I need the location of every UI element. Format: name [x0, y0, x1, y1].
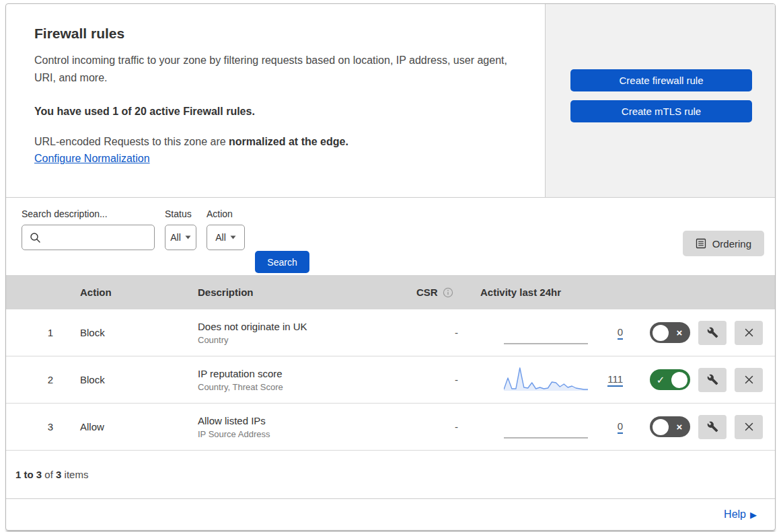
rule-enabled-toggle[interactable]: ×	[650, 416, 690, 437]
search-label: Search description...	[22, 208, 155, 219]
action-column-header: Action	[68, 287, 198, 298]
activity-sparkline	[504, 319, 588, 346]
status-filter-dropdown[interactable]: All	[165, 225, 196, 250]
toggle-state-icon: ×	[671, 327, 687, 338]
table-header: Action Description CSR Activity last 24h…	[6, 275, 775, 309]
action-filter-label: Action	[207, 208, 245, 219]
edit-rule-button[interactable]	[698, 321, 727, 345]
activity-count-link[interactable]: 0	[618, 326, 623, 340]
item-range: 1 to 3	[15, 469, 42, 480]
toggle-knob	[653, 325, 669, 341]
help-link[interactable]: Help ▶	[724, 508, 757, 521]
rule-criteria: IP Source Address	[198, 429, 414, 439]
rule-description: Does not originate in UK	[198, 321, 414, 332]
page-title: Firewall rules	[34, 26, 518, 42]
search-button[interactable]: Search	[255, 251, 309, 273]
actions-panel: Create firewall rule Create mTLS rule	[545, 4, 775, 197]
firewall-rules-card: Firewall rules Control incoming traffic …	[5, 3, 776, 531]
rule-enabled-toggle[interactable]: ✓	[650, 369, 690, 390]
rule-action: Allow	[68, 421, 198, 432]
wrench-icon	[707, 327, 718, 338]
help-arrow-icon: ▶	[750, 510, 757, 520]
ordering-button-label: Ordering	[712, 238, 751, 250]
chevron-down-icon	[230, 235, 236, 239]
rule-csr-value: -	[414, 327, 478, 338]
activity-sparkline	[504, 414, 588, 441]
rule-priority: 1	[6, 327, 68, 338]
rule-criteria: Country	[198, 335, 414, 345]
close-icon	[743, 421, 755, 432]
delete-rule-button[interactable]	[735, 415, 763, 439]
close-icon	[743, 374, 755, 385]
rule-priority: 2	[6, 374, 68, 385]
toggle-state-icon: ✓	[653, 374, 669, 386]
csr-column-header: CSR	[414, 287, 478, 298]
help-bar: Help ▶	[6, 499, 775, 530]
action-filter-value: All	[215, 232, 226, 243]
normalization-note: URL-encoded Requests to this zone are no…	[34, 136, 518, 148]
status-filter-label: Status	[165, 208, 196, 219]
toggle-knob	[653, 419, 669, 435]
table-row: 3 Allow Allow listed IPs IP Source Addre…	[6, 404, 775, 451]
usage-summary: You have used 1 of 20 active Firewall ru…	[34, 106, 518, 118]
close-icon	[743, 327, 755, 338]
status-filter-value: All	[170, 232, 181, 243]
list-ordering-icon	[696, 238, 706, 249]
toggle-state-icon: ×	[671, 421, 687, 432]
create-firewall-rule-button[interactable]: Create firewall rule	[570, 69, 752, 91]
rule-description: Allow listed IPs	[198, 415, 414, 426]
toggle-knob	[671, 372, 687, 388]
wrench-icon	[707, 374, 718, 385]
create-mtls-rule-button[interactable]: Create mTLS rule	[570, 100, 752, 122]
header-text-area: Firewall rules Control incoming traffic …	[6, 4, 545, 197]
rule-priority: 3	[6, 421, 68, 432]
wrench-icon	[707, 421, 718, 432]
delete-rule-button[interactable]	[735, 368, 763, 392]
filter-bar: Search description... Status All Action …	[6, 198, 775, 275]
rule-action: Block	[68, 374, 198, 385]
page-description: Control incoming traffic to your zone by…	[34, 52, 518, 87]
table-row: 2 Block IP reputation score Country, Thr…	[6, 356, 775, 404]
rule-description: IP reputation score	[198, 368, 414, 379]
activity-column-header: Activity last 24hr	[478, 287, 640, 298]
rule-action: Block	[68, 327, 198, 338]
rule-enabled-toggle[interactable]: ×	[650, 322, 690, 343]
search-input[interactable]	[46, 225, 168, 250]
table-body: 1 Block Does not originate in UK Country…	[6, 309, 775, 451]
search-icon	[30, 232, 41, 243]
edit-rule-button[interactable]	[698, 368, 727, 392]
configure-normalization-link[interactable]: Configure Normalization	[34, 153, 150, 165]
header-section: Firewall rules Control incoming traffic …	[6, 4, 775, 198]
rule-csr-value: -	[414, 374, 478, 385]
table-row: 1 Block Does not originate in UK Country…	[6, 309, 775, 356]
item-total: 3	[56, 469, 61, 480]
rule-csr-value: -	[414, 421, 478, 432]
normalization-prefix: URL-encoded Requests to this zone are	[34, 136, 229, 147]
rule-criteria: Country, Threat Score	[198, 382, 414, 392]
activity-sparkline	[504, 367, 588, 393]
search-box[interactable]	[22, 225, 155, 250]
activity-count-link[interactable]: 0	[618, 420, 623, 434]
description-column-header: Description	[198, 287, 414, 298]
normalization-bold: normalized at the edge.	[229, 136, 348, 147]
action-filter-dropdown[interactable]: All	[207, 225, 245, 250]
info-icon[interactable]	[443, 287, 453, 298]
chevron-down-icon	[185, 235, 191, 239]
edit-rule-button[interactable]	[698, 415, 727, 439]
activity-count-link[interactable]: 111	[607, 373, 623, 387]
pagination-summary: 1 to 3 of 3 items	[6, 451, 775, 499]
delete-rule-button[interactable]	[735, 321, 763, 345]
ordering-button[interactable]: Ordering	[683, 231, 764, 256]
